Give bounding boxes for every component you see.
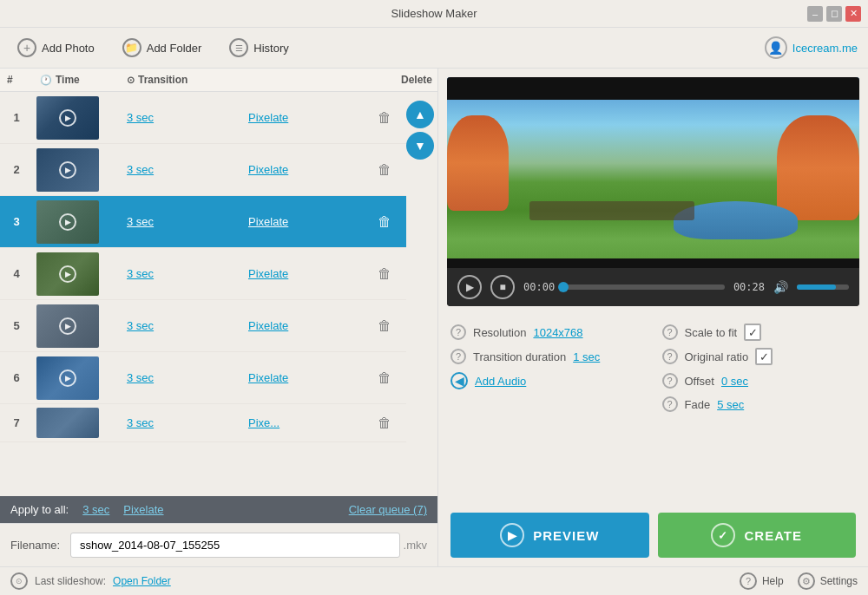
transition-duration-label: Transition duration	[473, 350, 566, 363]
clock-icon: 🕐	[40, 75, 52, 86]
col-delete	[241, 74, 394, 86]
delete-button[interactable]: 🗑	[363, 110, 406, 126]
filename-extension: .mkv	[404, 539, 427, 552]
row-transition[interactable]: Pixelate	[241, 215, 363, 228]
time-total: 00:28	[733, 281, 765, 293]
scale-to-fit-checkbox[interactable]: ✓	[744, 324, 761, 341]
row-transition[interactable]: Pixelate	[241, 163, 363, 176]
row-transition[interactable]: Pixelate	[241, 371, 363, 384]
row-transition[interactable]: Pixelate	[241, 267, 363, 280]
play-button[interactable]: ▶	[457, 275, 482, 299]
clear-queue-link[interactable]: Clear queue (7)	[349, 503, 427, 516]
filename-input[interactable]	[70, 533, 399, 558]
original-ratio-row: ? Original ratio ✓	[662, 348, 857, 365]
delete-button[interactable]: 🗑	[363, 415, 406, 431]
row-time[interactable]: 3 sec	[120, 319, 241, 332]
transition-help-icon[interactable]: ?	[450, 349, 466, 364]
settings-button[interactable]: ⚙ Settings	[798, 572, 858, 590]
offset-row: ? Offset 0 sec	[662, 372, 857, 389]
play-icon: ▶	[59, 109, 76, 127]
video-controls: ▶ ■ 00:00 00:28 🔊	[447, 268, 859, 306]
table-row: 4 ▶ 3 sec Pixelate 🗑	[0, 248, 406, 300]
restore-button[interactable]: ◻	[826, 6, 842, 22]
row-time[interactable]: 3 sec	[120, 163, 241, 176]
apply-all-label: Apply to all:	[10, 503, 69, 516]
history-button[interactable]: ☰ History	[222, 35, 295, 61]
row-thumbnail[interactable]: ▶	[33, 249, 120, 299]
row-number: 2	[0, 163, 33, 176]
row-thumbnail[interactable]: ▶	[33, 145, 120, 195]
apply-transition-link[interactable]: Pixelate	[123, 503, 163, 516]
status-bar: ⊙ Last slideshow: Open Folder ? Help ⚙ S…	[0, 566, 868, 595]
volume-icon[interactable]: 🔊	[773, 280, 788, 294]
row-time[interactable]: 3 sec	[120, 371, 241, 384]
offset-value[interactable]: 0 sec	[721, 375, 748, 388]
help-button[interactable]: ? Help	[740, 572, 784, 590]
original-ratio-checkbox[interactable]: ✓	[755, 348, 773, 365]
table-row: 5 ▶ 3 sec Pixelate 🗑	[0, 300, 406, 352]
status-left: ⊙ Last slideshow: Open Folder	[10, 572, 171, 590]
apply-time-link[interactable]: 3 sec	[82, 503, 109, 516]
row-time[interactable]: 3 sec	[120, 215, 241, 228]
row-time[interactable]: 3 sec	[120, 416, 241, 429]
resolution-help-icon[interactable]: ?	[450, 324, 466, 340]
right-panel: ▶ ■ 00:00 00:28 🔊 ? Resolution 1024x	[438, 69, 868, 566]
delete-button[interactable]: 🗑	[363, 266, 406, 282]
scale-help-icon[interactable]: ?	[662, 324, 678, 340]
row-thumbnail[interactable]: ▶	[33, 197, 120, 247]
list-header: # 🕐 Time ⊙ Transition Delete	[0, 69, 437, 92]
add-folder-button[interactable]: 📁 Add Folder	[115, 35, 209, 61]
nav-arrows: ▲ ▼	[406, 92, 437, 496]
filename-row: Filename: .mkv	[0, 523, 437, 566]
add-photo-button[interactable]: + Add Photo	[10, 35, 102, 61]
stop-button[interactable]: ■	[490, 275, 515, 299]
open-folder-link[interactable]: Open Folder	[113, 575, 171, 587]
create-button[interactable]: ✓ CREATE	[658, 513, 857, 558]
close-button[interactable]: ✕	[845, 6, 861, 22]
resolution-value[interactable]: 1024x768	[533, 326, 582, 339]
minimize-button[interactable]: –	[807, 6, 823, 22]
move-up-button[interactable]: ▲	[406, 101, 434, 128]
brand-icon: 👤	[765, 36, 787, 59]
ratio-help-icon[interactable]: ?	[662, 349, 678, 364]
row-thumbnail[interactable]: ▶	[33, 301, 120, 351]
app-title: Slideshow Maker	[391, 7, 477, 20]
row-thumbnail[interactable]: ▶	[33, 353, 120, 403]
row-thumbnail[interactable]	[33, 404, 120, 441]
preview-button[interactable]: ▶ PREVIEW	[450, 513, 649, 558]
offset-help-icon[interactable]: ?	[662, 373, 678, 389]
row-thumbnail[interactable]: ▶	[33, 93, 120, 143]
fade-row: ? Fade 5 sec	[662, 396, 857, 412]
delete-button[interactable]: 🗑	[363, 214, 406, 230]
play-icon: ▶	[59, 265, 76, 283]
row-number: 6	[0, 371, 33, 384]
volume-bar[interactable]	[797, 284, 849, 290]
delete-button[interactable]: 🗑	[363, 318, 406, 334]
row-number: 3	[0, 215, 33, 228]
left-panel: # 🕐 Time ⊙ Transition Delete 1 ▶	[0, 69, 438, 566]
table-row[interactable]: 3 ▶ 3 sec Pixelate 🗑	[0, 196, 406, 248]
row-time[interactable]: 3 sec	[120, 267, 241, 280]
row-transition[interactable]: Pixe...	[241, 416, 363, 429]
volume-fill	[797, 284, 836, 290]
col-delete-label: Delete	[394, 74, 437, 86]
move-down-button[interactable]: ▼	[406, 132, 434, 160]
add-audio-link[interactable]: Add Audio	[475, 375, 526, 388]
transition-duration-value[interactable]: 1 sec	[573, 350, 600, 363]
preview-play-icon: ▶	[500, 523, 524, 547]
scale-to-fit-row: ? Scale to fit ✓	[662, 324, 857, 341]
last-slideshow-label: Last slideshow:	[35, 575, 106, 587]
delete-button[interactable]: 🗑	[363, 162, 406, 178]
col-num: #	[0, 74, 33, 86]
brand-area[interactable]: 👤 Icecream.me	[765, 36, 858, 59]
fade-help-icon[interactable]: ?	[662, 396, 678, 412]
progress-bar[interactable]	[563, 284, 725, 290]
row-time[interactable]: 3 sec	[120, 111, 241, 124]
delete-button[interactable]: 🗑	[363, 370, 406, 386]
fade-value[interactable]: 5 sec	[717, 398, 744, 411]
add-audio-row: ◀ Add Audio	[450, 372, 645, 389]
add-folder-icon: 📁	[122, 38, 141, 57]
row-transition[interactable]: Pixelate	[241, 111, 363, 124]
row-transition[interactable]: Pixelate	[241, 319, 363, 332]
transition-icon: ⊙	[127, 75, 135, 86]
